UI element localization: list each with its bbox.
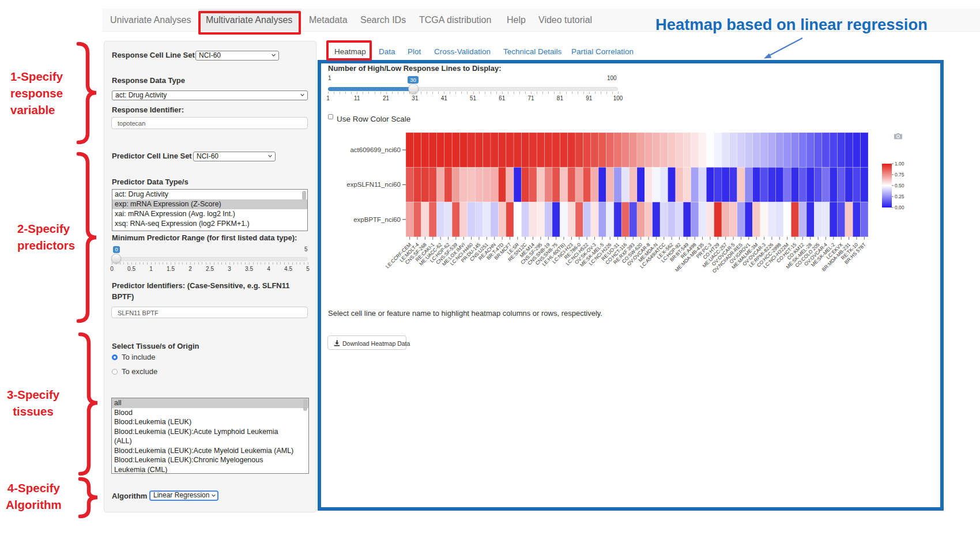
svg-text:expBPTF_nci60: expBPTF_nci60 — [353, 216, 401, 223]
svg-text:expSLFN11_nci60: expSLFN11_nci60 — [346, 181, 401, 188]
svg-text:0.00: 0.00 — [895, 205, 904, 210]
svg-text:act609699_nci60: act609699_nci60 — [350, 146, 401, 153]
svg-text:0.50: 0.50 — [895, 183, 904, 188]
svg-text:1.00: 1.00 — [895, 161, 904, 167]
svg-text:0.25: 0.25 — [895, 194, 904, 199]
svg-text:0.75: 0.75 — [895, 172, 904, 178]
